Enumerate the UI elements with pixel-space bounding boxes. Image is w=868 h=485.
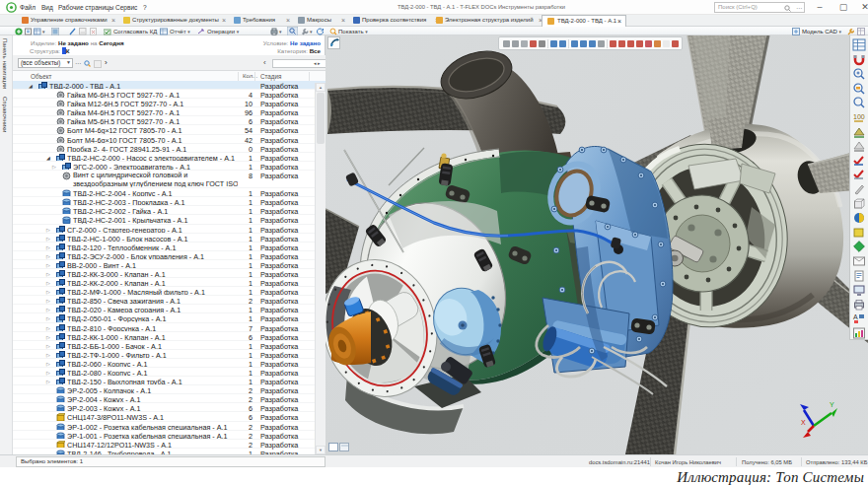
svg-text:A: A xyxy=(853,313,858,320)
svg-text:100: 100 xyxy=(853,113,865,120)
svg-text:Y: Y xyxy=(830,401,834,408)
svg-text:X: X xyxy=(801,419,806,426)
